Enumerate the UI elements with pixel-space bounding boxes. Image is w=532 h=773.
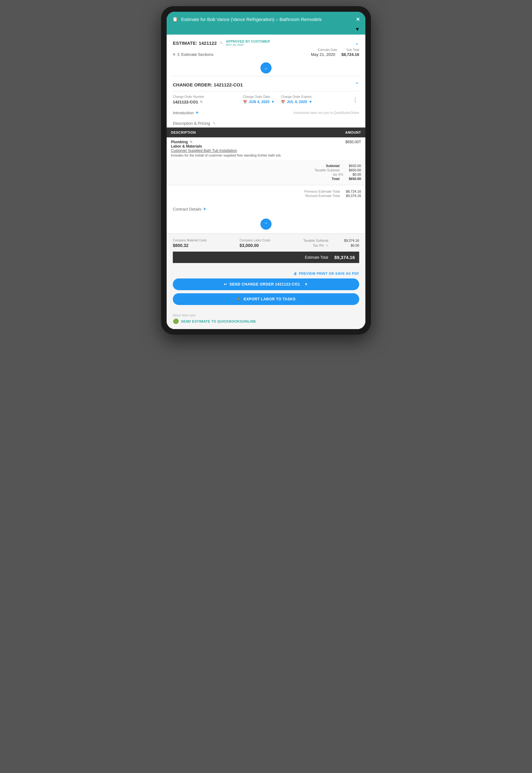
approved-badge: APPROVED BY CUSTOMER MAY 29, 2020 <box>226 40 270 46</box>
labor-costs-value: $3,000.00 <box>239 243 270 248</box>
preview-label: PREVIEW PRINT OR SAVE AS PDF <box>299 272 359 275</box>
date-total-values: May 21, 2020 $8,724.16 <box>311 52 359 57</box>
dropdown-arrow-icon: ▼ <box>355 27 360 32</box>
send-qbo-section: Never been sent 🟢 SEND ESTIMATE TO QUICK… <box>173 314 256 324</box>
taxable-subtotal-footer-value: $9,374.16 <box>335 239 359 242</box>
co-dates-section: Change Order Date: 📅 JUN 4, 2020 ▼ Chang… <box>243 95 313 104</box>
intro-label: Introduction <box>173 110 194 115</box>
amount-col-header: AMOUNT <box>295 127 365 137</box>
sections-count: 3 <box>177 52 179 57</box>
desc-pricing-label: Description & Pricing <box>173 121 210 126</box>
estimate-total-label: Estimate Total <box>305 255 328 260</box>
export-icon: 🚶 <box>236 297 241 301</box>
taxable-subtotal-footer-label: Taxable Subtotal <box>303 239 328 242</box>
main-content: ESTIMATE: 1421122 ✎ APPROVED BY CUSTOMER… <box>167 35 365 329</box>
change-order-section: CHANGE ORDER: 1421122-CO1 ⌃ Change Order… <box>167 76 365 127</box>
expand-row: ⌄ <box>167 60 365 76</box>
sections-label: ≡ 3 Estimate Sections <box>173 52 213 57</box>
header-dropdown-row: ▼ <box>167 27 365 35</box>
sections-icon: ≡ <box>173 52 175 57</box>
intro-left: Introduction + <box>173 110 198 115</box>
change-order-header: CHANGE ORDER: 1421122-CO1 ⌃ <box>173 76 359 91</box>
co-details-row: Change Order Number 1421122-CO1 ✎ Change… <box>173 91 359 107</box>
collapse-button[interactable]: ⌃ <box>260 218 272 230</box>
contract-details-label: Contract Details <box>173 207 201 211</box>
estimate-number: ESTIMATE: 1421122 <box>173 40 217 46</box>
co-date-value[interactable]: 📅 JUN 4, 2020 ▼ <box>243 100 275 104</box>
change-order-collapse-icon[interactable]: ⌃ <box>355 81 359 88</box>
labor-materials-label: Labor & Materials <box>171 144 291 148</box>
bottom-section: Company Material Costs $800.32 Company L… <box>167 233 365 268</box>
pricing-table: DESCRIPTION AMOUNT Plumbing ✎ Labor & Ma… <box>167 127 365 202</box>
plumbing-cell: Plumbing ✎ Labor & Materials Customer Su… <box>167 137 295 160</box>
material-costs-value: $800.32 <box>173 243 206 248</box>
tax-footer-label: Tax 0% ✎ <box>313 243 328 247</box>
close-button[interactable]: × <box>356 16 360 22</box>
taxable-subtotal-footer-row: Taxable Subtotal $9,374.16 <box>303 239 359 242</box>
description-col-header: DESCRIPTION <box>167 127 295 137</box>
send-change-order-button[interactable]: ↩ SEND CHANGE ORDER 1421122-CO1 ▼ <box>173 278 359 290</box>
estimate-collapse-icon[interactable]: ⌄ <box>355 39 359 46</box>
preview-link[interactable]: 🖨 PREVIEW PRINT OR SAVE AS PDF <box>293 272 359 275</box>
approved-text: APPROVED BY CUSTOMER <box>226 40 270 43</box>
co-number-value: 1421122-CO1 ✎ <box>173 100 204 104</box>
export-labor-label: EXPORT LABOR TO TASKS <box>243 297 296 301</box>
estimate-id-row: ESTIMATE: 1421122 ✎ APPROVED BY CUSTOMER… <box>173 40 270 46</box>
tax-value: $0.00 <box>352 172 361 176</box>
estimate-section: ESTIMATE: 1421122 ✎ APPROVED BY CUSTOMER… <box>167 35 365 60</box>
prev-estimate-label: Previous Estimate Total <box>304 189 340 193</box>
tax-footer-row: Tax 0% ✎ $0.00 <box>303 243 359 247</box>
total-label: Total <box>332 177 339 181</box>
subtotal-label: Subtotal <box>326 164 339 168</box>
action-section: 🖨 PREVIEW PRINT OR SAVE AS PDF ↩ SEND CH… <box>167 268 365 310</box>
taxable-total-section: Taxable Subtotal $9,374.16 Tax 0% ✎ $0.0… <box>303 239 359 248</box>
never-sent-label: Never been sent <box>173 314 256 317</box>
estimate-total-value: $9,374.16 <box>334 255 355 260</box>
revised-estimate-value: $9,374.16 <box>346 194 361 197</box>
edit-desc-icon[interactable]: ✎ <box>213 121 216 126</box>
expires-dropdown-arrow: ▼ <box>309 100 312 104</box>
edit-tax-icon[interactable]: ✎ <box>326 244 328 247</box>
send-change-order-label: SEND CHANGE ORDER 1421122-CO1 <box>230 282 300 286</box>
pricing-table-body: Plumbing ✎ Labor & Materials Customer Su… <box>167 137 365 202</box>
material-costs-label: Company Material Costs <box>173 239 206 242</box>
date-label: Estimate Date <box>318 48 337 52</box>
send-qbo-button[interactable]: 🟢 SEND ESTIMATE TO QUICKBOOKSONLINE <box>173 318 256 324</box>
edit-section-icon[interactable]: ✎ <box>190 140 193 144</box>
estimate-date-total: Estimate Date Sub Total May 21, 2020 $8,… <box>311 48 359 57</box>
labor-costs-item: Company Labor Costs $3,000.00 <box>239 239 270 248</box>
edit-estimate-icon[interactable]: ✎ <box>220 41 223 45</box>
prev-revised-row: Previous Estimate Total $8,724.16 Revise… <box>167 185 365 202</box>
co-expires-label: Change Order Expires: <box>281 95 312 98</box>
co-number-section: Change Order Number 1421122-CO1 ✎ <box>173 95 204 104</box>
co-menu-dots[interactable]: ⋮ <box>351 95 359 104</box>
estimate-sections-row: ≡ 3 Estimate Sections Estimate Date Sub … <box>173 48 359 57</box>
material-costs-item: Company Material Costs $800.32 <box>173 239 206 248</box>
preview-row: 🖨 PREVIEW PRINT OR SAVE AS PDF <box>173 272 359 275</box>
expand-button[interactable]: ⌄ <box>260 62 272 73</box>
item-description: Includes for the install of customer sup… <box>171 153 291 157</box>
tax-label: tax 0% <box>333 172 343 176</box>
item-link[interactable]: Customer Supplied Bath Tub Installation <box>171 148 237 153</box>
estimate-date-value: May 21, 2020 <box>311 52 335 57</box>
export-labor-button[interactable]: 🚶 EXPORT LABOR TO TASKS <box>173 293 359 305</box>
co-number-label: Change Order Number <box>173 95 204 98</box>
edit-co-number-icon[interactable]: ✎ <box>200 100 203 104</box>
subtotal-value: $650.00 <box>349 164 361 168</box>
labor-costs-label: Company Labor Costs <box>239 239 270 242</box>
change-order-title: CHANGE ORDER: 1421122-CO1 <box>173 82 243 87</box>
add-intro-icon[interactable]: + <box>196 110 198 115</box>
estimate-header-row: ESTIMATE: 1421122 ✎ APPROVED BY CUSTOMER… <box>173 39 359 46</box>
collapse-row: ⌃ <box>167 216 365 233</box>
add-contract-icon[interactable]: + <box>203 206 206 212</box>
header-title: 📋 Estimate for Bob Vance (Vance Refriger… <box>172 16 322 22</box>
contract-details-row: Contract Details + <box>167 202 365 216</box>
estimate-subtotal-value: $8,724.16 <box>341 52 359 57</box>
tax-footer-value: $0.00 <box>335 243 359 247</box>
co-date-label: Change Order Date: <box>243 95 275 98</box>
header-bar: 📋 Estimate for Bob Vance (Vance Refriger… <box>167 12 365 27</box>
desc-pricing-row: Description & Pricing ✎ <box>173 118 359 127</box>
co-expires-value[interactable]: 📅 JUL 4, 2020 ▼ <box>281 100 312 104</box>
send-qbo-row: Never been sent 🟢 SEND ESTIMATE TO QUICK… <box>167 310 365 329</box>
co-expires-item: Change Order Expires: 📅 JUL 4, 2020 ▼ <box>281 95 312 104</box>
